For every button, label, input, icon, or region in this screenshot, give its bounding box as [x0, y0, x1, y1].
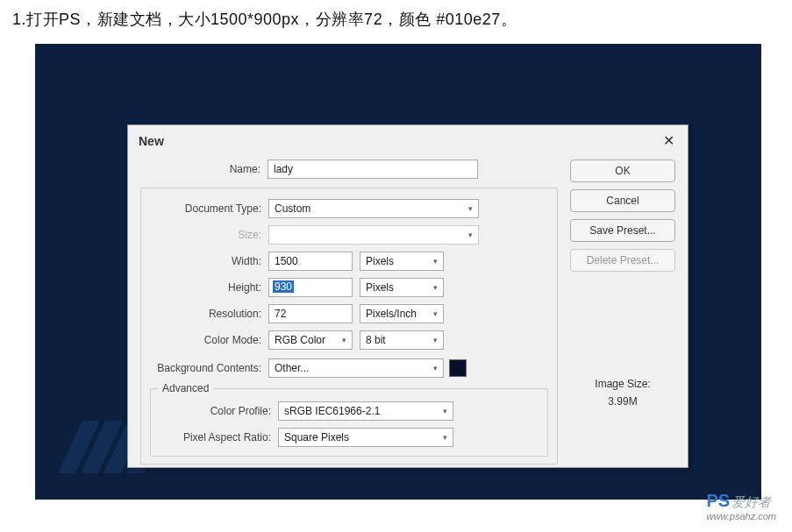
- dialog-title: New: [139, 134, 164, 148]
- doctype-select[interactable]: Custom▾: [268, 199, 479, 218]
- document-settings-group: Document Type: Custom▾ Size: ▾ Width:: [140, 188, 558, 465]
- width-unit-select[interactable]: Pixels▾: [360, 252, 444, 271]
- chevron-down-icon: ▾: [443, 433, 447, 442]
- cancel-button[interactable]: Cancel: [570, 189, 675, 212]
- color-depth-select[interactable]: 8 bit▾: [360, 330, 444, 350]
- doctype-label: Document Type:: [150, 202, 268, 215]
- pixel-aspect-select[interactable]: Square Pixels▾: [278, 428, 453, 447]
- width-input[interactable]: [268, 252, 353, 271]
- image-size-readout: Image Size: 3.99M: [570, 375, 675, 411]
- chevron-down-icon: ▾: [468, 231, 473, 239]
- resolution-unit-select[interactable]: Pixels/Inch▾: [360, 304, 444, 323]
- dialog-titlebar: New ✕: [128, 125, 688, 156]
- color-profile-label: Color Profile:: [160, 405, 278, 417]
- chevron-down-icon: ▾: [433, 336, 438, 344]
- height-unit-select[interactable]: Pixels▾: [360, 278, 444, 297]
- chevron-down-icon: ▾: [433, 257, 438, 266]
- bg-color-swatch[interactable]: [449, 359, 467, 377]
- instruction-text: 1.打开PS，新建文档，大小1500*900px，分辨率72，颜色 #010e2…: [0, 0, 792, 40]
- new-document-dialog: New ✕ Name: Document Type: Custom▾ Size:: [127, 124, 689, 468]
- pixel-aspect-label: Pixel Aspect Ratio:: [160, 431, 278, 443]
- color-profile-select[interactable]: sRGB IEC61966-2.1▾: [278, 401, 453, 421]
- advanced-group: Advanced Color Profile: sRGB IEC61966-2.…: [150, 388, 548, 457]
- name-label: Name:: [140, 163, 268, 175]
- color-mode-label: Color Mode:: [150, 334, 268, 346]
- name-input[interactable]: [268, 160, 478, 179]
- color-mode-select[interactable]: RGB Color▾: [268, 330, 353, 350]
- watermark: PS爱好者 www.psahz.com: [707, 491, 776, 521]
- chevron-down-icon: ▾: [433, 309, 438, 318]
- chevron-down-icon: ▾: [443, 407, 447, 415]
- bg-contents-label: Background Contents:: [150, 362, 268, 374]
- height-input[interactable]: 930: [268, 278, 353, 297]
- chevron-down-icon: ▾: [342, 336, 346, 344]
- bg-contents-select[interactable]: Other...▾: [268, 358, 444, 378]
- size-label: Size:: [150, 229, 268, 241]
- delete-preset-button: Delete Preset...: [570, 249, 675, 272]
- close-icon[interactable]: ✕: [660, 132, 677, 149]
- advanced-legend: Advanced: [158, 382, 213, 394]
- ok-button[interactable]: OK: [570, 160, 675, 182]
- chevron-down-icon: ▾: [433, 283, 438, 292]
- height-label: Height:: [150, 281, 268, 294]
- size-select: ▾: [268, 225, 479, 245]
- chevron-down-icon: ▾: [433, 364, 438, 372]
- resolution-label: Resolution:: [150, 308, 268, 320]
- save-preset-button[interactable]: Save Preset...: [570, 219, 675, 242]
- chevron-down-icon: ▾: [468, 204, 473, 213]
- width-label: Width:: [150, 255, 268, 267]
- resolution-input[interactable]: [268, 304, 353, 323]
